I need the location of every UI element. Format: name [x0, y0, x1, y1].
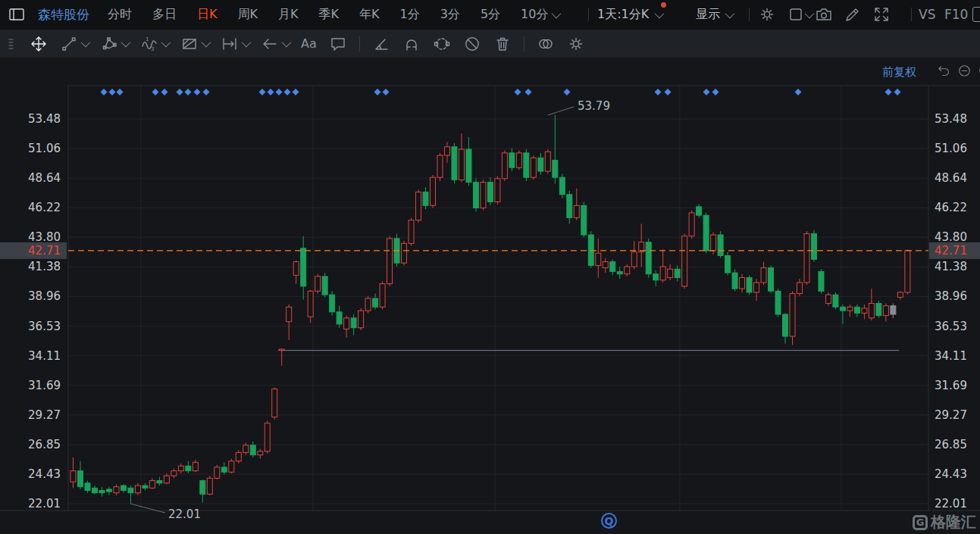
- event-diamond-icon: [268, 89, 274, 95]
- zoom-out-icon[interactable]: [957, 64, 972, 78]
- svg-text:31.69: 31.69: [935, 379, 967, 392]
- gelonghui-logo-icon: G: [913, 515, 928, 530]
- gelonghui-watermark: G 格隆汇: [913, 512, 976, 532]
- event-diamond-icon: [795, 89, 802, 95]
- adjustment-mode-toggle[interactable]: 前复权: [882, 65, 916, 80]
- svg-text:29.27: 29.27: [935, 408, 967, 422]
- svg-text:41.38: 41.38: [28, 260, 61, 273]
- svg-text:34.11: 34.11: [28, 349, 61, 363]
- current-price-label: 42.71: [28, 244, 61, 258]
- event-diamond-icon: [117, 89, 124, 95]
- svg-text:24.43: 24.43: [935, 467, 967, 481]
- event-diamond-icon: [259, 89, 266, 95]
- event-diamond-icon: [665, 89, 672, 95]
- svg-text:43.80: 43.80: [935, 230, 967, 244]
- event-diamond-icon: [161, 89, 168, 95]
- svg-text:38.96: 38.96: [28, 289, 61, 303]
- event-diamond-icon: [101, 89, 108, 95]
- event-diamond-icon: [185, 89, 192, 95]
- candlestick-chart[interactable]: 53.4853.4851.0651.0648.6448.6446.2246.22…: [0, 0, 980, 534]
- current-price-label: 42.71: [935, 244, 967, 258]
- event-diamond-icon: [177, 89, 183, 95]
- event-diamond-icon: [194, 89, 201, 95]
- low-annotation-label: 22.01: [168, 507, 201, 521]
- event-diamond-icon: [564, 89, 571, 95]
- price-axis-labels: 53.4853.4851.0651.0648.6448.6446.2246.22…: [28, 112, 967, 511]
- event-diamond-icon: [284, 89, 291, 95]
- low-annotation-line: [130, 504, 165, 513]
- svg-text:51.06: 51.06: [935, 142, 967, 155]
- event-diamond-icon: [109, 89, 116, 95]
- svg-text:48.64: 48.64: [28, 171, 61, 185]
- event-diamond-icon: [894, 89, 901, 95]
- event-diamond-icon: [203, 89, 210, 95]
- svg-text:46.22: 46.22: [935, 201, 967, 214]
- magnifier-button[interactable]: Q: [601, 513, 617, 529]
- svg-text:34.11: 34.11: [935, 349, 967, 363]
- event-diamond-icon: [703, 89, 710, 95]
- svg-text:46.22: 46.22: [28, 201, 61, 214]
- svg-text:36.53: 36.53: [935, 320, 967, 333]
- event-diamond-icon: [152, 89, 159, 95]
- event-diamond-icon: [383, 89, 390, 95]
- svg-text:26.85: 26.85: [935, 438, 967, 451]
- high-annotation-label: 53.79: [578, 99, 610, 113]
- svg-text:51.06: 51.06: [28, 142, 61, 155]
- candles: [70, 115, 910, 504]
- svg-text:53.48: 53.48: [28, 112, 61, 126]
- high-annotation-line: [548, 107, 574, 115]
- svg-text:53.48: 53.48: [935, 112, 967, 126]
- svg-text:43.80: 43.80: [28, 230, 61, 244]
- event-diamond-icon: [525, 89, 532, 95]
- svg-text:48.64: 48.64: [935, 171, 967, 185]
- event-diamond-icon: [293, 89, 299, 95]
- undo-icon[interactable]: [937, 64, 951, 78]
- event-diamond-icon: [374, 89, 381, 95]
- svg-text:36.53: 36.53: [28, 320, 61, 333]
- svg-text:22.01: 22.01: [935, 497, 967, 511]
- svg-text:38.96: 38.96: [935, 289, 967, 303]
- svg-text:41.38: 41.38: [935, 260, 967, 273]
- event-diamond-icon: [712, 89, 719, 95]
- event-diamond-icon: [276, 89, 283, 95]
- svg-text:29.27: 29.27: [28, 408, 61, 422]
- watermark-text: 格隆汇: [931, 512, 976, 532]
- svg-text:22.01: 22.01: [28, 497, 61, 511]
- chart-history-controls: [937, 64, 980, 78]
- event-diamond-icon: [655, 89, 662, 95]
- svg-text:31.69: 31.69: [28, 379, 61, 392]
- svg-text:26.85: 26.85: [28, 438, 61, 451]
- event-diamond-icon: [515, 89, 521, 95]
- event-markers[interactable]: [101, 89, 901, 95]
- gridlines: [68, 86, 928, 511]
- event-diamond-icon: [885, 89, 892, 95]
- svg-text:24.43: 24.43: [28, 467, 61, 481]
